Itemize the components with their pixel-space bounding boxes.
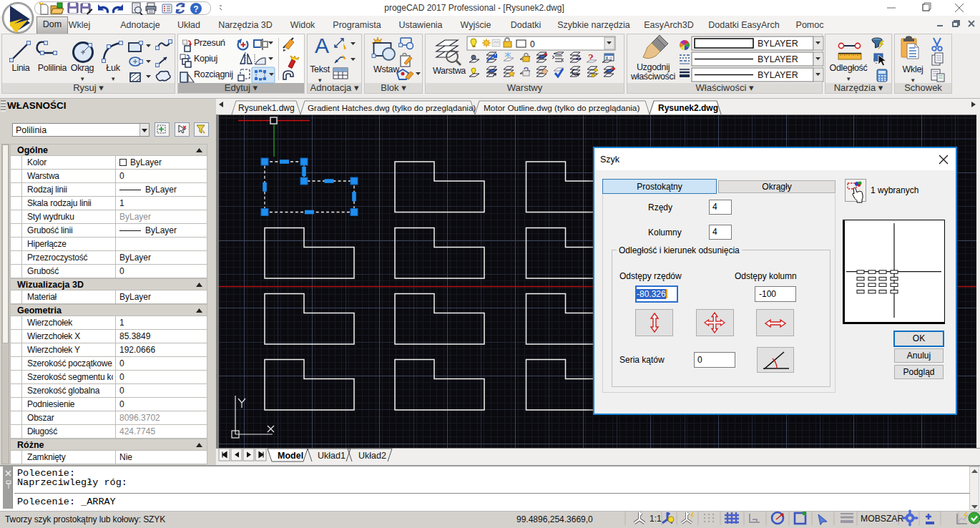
svg-text:Układ2: Układ2 [358,451,386,461]
svg-text:MOBSZAR: MOBSZAR [861,514,903,524]
svg-text:Rysunek1.dwg: Rysunek1.dwg [238,103,295,113]
svg-text:Gradient Hatches.dwg (tylko do: Gradient Hatches.dwg (tylko do przegląda… [308,103,476,112]
svg-text:BYLAYER: BYLAYER [758,54,798,64]
svg-text:?: ? [193,4,198,14]
svg-text:Układ1: Układ1 [318,451,346,461]
svg-text:1:1: 1:1 [650,514,662,524]
svg-text:0: 0 [530,39,535,49]
svg-text:BYLAYER: BYLAYER [758,70,798,80]
svg-text:Motor Outline.dwg (tylko do pr: Motor Outline.dwg (tylko do przeglądania… [484,103,640,113]
svg-text:A: A [315,34,329,57]
svg-text:Model: Model [278,451,303,461]
svg-text:Rysunek2.dwg: Rysunek2.dwg [658,103,718,113]
svg-text:BYLAYER: BYLAYER [758,39,798,49]
